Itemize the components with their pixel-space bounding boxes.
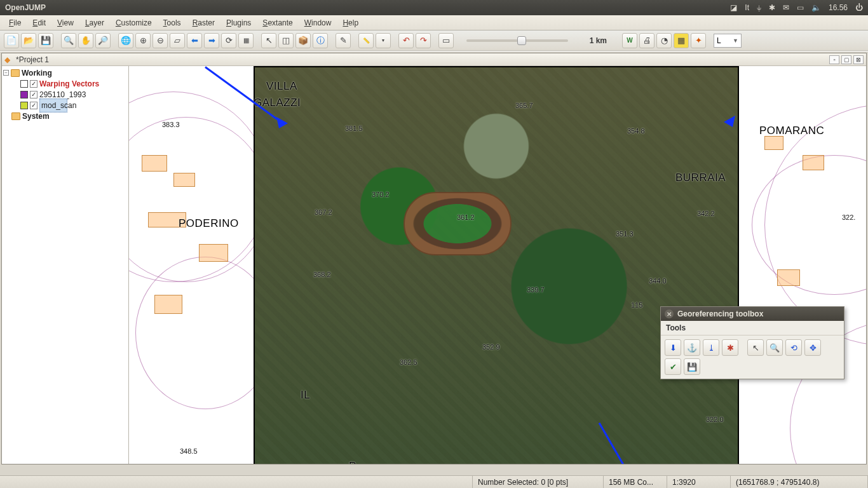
zoom-in-button[interactable]: 🔍 xyxy=(61,33,76,48)
window-close-button[interactable]: ⊠ xyxy=(853,55,864,64)
zoom-fence-button[interactable]: ▱ xyxy=(170,33,185,48)
menu-sextante[interactable]: Sextante xyxy=(257,17,297,29)
tree-group-system[interactable]: System xyxy=(3,111,127,121)
elevation-label: 368.2 xyxy=(313,271,331,278)
toolbox-close-button[interactable]: ✕ xyxy=(665,309,674,318)
layer-visible-checkbox[interactable]: ✓ xyxy=(30,80,37,88)
wifi-icon[interactable]: ⏚ xyxy=(757,3,761,12)
elevation-label: 344.0 xyxy=(649,277,667,285)
layer-dropdown[interactable]: L▼ xyxy=(714,34,742,48)
system-tray: ◪ It ⏚ ✱ ✉ ▭ 🔈 16.56 ⏻ xyxy=(730,3,863,12)
layer-visible-checkbox[interactable]: ✓ xyxy=(30,91,37,98)
tray-app-icon: ◪ xyxy=(730,3,737,12)
edit-geom-button[interactable]: ✎ xyxy=(336,33,351,48)
attribute-button[interactable]: ▦ xyxy=(238,33,254,48)
layer-swatch xyxy=(20,91,28,98)
power-icon[interactable]: ⏻ xyxy=(855,3,863,12)
system-bar: OpenJUMP ◪ It ⏚ ✱ ✉ ▭ 🔈 16.56 ⏻ xyxy=(0,0,868,15)
geo-anchor-del-button[interactable]: ✱ xyxy=(722,339,738,356)
pan-button[interactable]: ✋ xyxy=(78,33,93,48)
undo-button[interactable]: ↶ xyxy=(398,33,414,48)
toolbox-buttons: ⬇ ⚓ ⤓ ✱ ↖ 🔍 ⟲ ✥ ✔ 💾 xyxy=(661,336,844,379)
menu-edit[interactable]: Edit xyxy=(27,17,51,29)
zoom-prev-button[interactable]: ⬅ xyxy=(187,33,202,48)
measure-button[interactable]: 📏 xyxy=(358,33,374,48)
menu-plugins[interactable]: Plugins xyxy=(221,17,256,29)
window-min-button[interactable]: ▫ xyxy=(829,55,839,64)
star-button[interactable]: ✦ xyxy=(691,33,706,48)
scale-slider[interactable] xyxy=(466,39,568,42)
menu-customize[interactable]: Customize xyxy=(111,17,157,29)
menu-help[interactable]: Help xyxy=(337,17,363,29)
status-selected: Number Selected: 0 [0 pts] xyxy=(473,476,604,488)
zoom-next-button[interactable]: ➡ xyxy=(204,33,219,48)
menu-file[interactable]: File xyxy=(4,17,26,29)
redo-button[interactable]: ↷ xyxy=(416,33,431,48)
window-max-button[interactable]: ▢ xyxy=(841,55,851,64)
menu-view[interactable]: View xyxy=(52,17,79,29)
toolbar: 📄 📂 💾 🔍 ✋ 🔎 🌐 ⊕ ⊖ ▱ ⬅ ➡ ⟳ ▦ ↖ ◫ 📦 ⓘ ✎ 📏 … xyxy=(0,30,868,51)
elevation-label: 383.3 xyxy=(162,121,180,128)
elevation-label: 354.8 xyxy=(627,127,645,135)
georeferencing-toolbox[interactable]: ✕ Georeferencing toolbox Tools ⬇ ⚓ ⤓ ✱ ↖… xyxy=(660,306,844,379)
zoom-selected-button[interactable]: ⊕ xyxy=(135,33,151,48)
clock[interactable]: 16.56 xyxy=(829,3,848,12)
menu-window[interactable]: Window xyxy=(299,17,337,29)
elevation-label: 365.7 xyxy=(515,102,533,109)
arrowhead-icon xyxy=(276,117,292,132)
geo-back-button[interactable]: ⟲ xyxy=(785,339,802,356)
save-button[interactable]: 💾 xyxy=(38,33,53,48)
menu-layer[interactable]: Layer xyxy=(80,17,109,29)
output-window-button[interactable]: ▭ xyxy=(438,33,454,48)
elevation-label: 348.5 xyxy=(180,447,198,455)
pie-button[interactable]: ◔ xyxy=(656,33,672,48)
print-button[interactable]: 🖨 xyxy=(639,33,654,48)
layer-mod-scan[interactable]: ✓ mod_scan xyxy=(3,100,127,111)
geo-save-button[interactable]: 💾 xyxy=(684,358,700,375)
volume-icon[interactable]: 🔈 xyxy=(811,3,821,12)
layer-visible-checkbox[interactable]: ✓ xyxy=(30,102,37,109)
new-button[interactable]: 📄 xyxy=(4,33,19,48)
zoom-realtime-button[interactable]: 🔎 xyxy=(95,33,111,48)
info-button[interactable]: ⓘ xyxy=(313,33,328,48)
geo-down-button[interactable]: ⬇ xyxy=(665,339,681,356)
stadium-shape xyxy=(403,192,512,255)
excel-button[interactable]: W xyxy=(622,33,637,48)
status-memory[interactable]: 156 MB Co... xyxy=(604,476,667,488)
toolbox-titlebar[interactable]: ✕ Georeferencing toolbox xyxy=(661,307,844,321)
project-titlebar[interactable]: ◆ *Project 1 ▫ ▢ ⊠ xyxy=(2,53,866,66)
menu-tools[interactable]: Tools xyxy=(158,17,186,29)
layer-warping-vectors[interactable]: ✓ Warping Vectors xyxy=(3,78,127,89)
app-title: OpenJUMP xyxy=(5,3,730,12)
menu-raster[interactable]: Raster xyxy=(187,17,220,29)
lang-indicator[interactable]: It xyxy=(745,3,749,12)
open-button[interactable]: 📂 xyxy=(21,33,36,48)
measure-drop-button[interactable]: ▾ xyxy=(376,33,391,48)
fence-button[interactable]: ◫ xyxy=(278,33,294,48)
bluetooth-icon[interactable]: ✱ xyxy=(769,3,775,12)
elevation-label: 115 xyxy=(631,301,642,309)
map-canvas[interactable]: VILLAGALAZZIPODERINOPOMARANCBURRAIAILP. … xyxy=(129,66,866,464)
elevation-label: 362.5 xyxy=(400,358,417,366)
geo-move-button[interactable]: ✥ xyxy=(804,339,821,356)
expand-handle[interactable]: − xyxy=(3,70,9,76)
table-button[interactable]: ▦ xyxy=(674,33,689,48)
layer-tree[interactable]: − Working ✓ Warping Vectors ✓ 295110_199… xyxy=(2,66,129,464)
toolbox-subtitle: Tools xyxy=(661,321,844,336)
box-button[interactable]: 📦 xyxy=(295,33,311,48)
tree-group-working[interactable]: − Working xyxy=(3,67,127,78)
refresh-button[interactable]: ⟳ xyxy=(221,33,236,48)
mail-icon[interactable]: ✉ xyxy=(783,3,789,12)
zoom-full-button[interactable]: 🌐 xyxy=(118,33,133,48)
toolbox-title: Georeferencing toolbox xyxy=(677,309,763,318)
geo-zoom-button[interactable]: 🔍 xyxy=(766,339,783,356)
elevation-label: 322.0 xyxy=(706,416,724,423)
geo-load-button[interactable]: ⤓ xyxy=(703,339,719,356)
status-scale[interactable]: 1:3920 xyxy=(667,476,731,488)
geo-apply-button[interactable]: ✔ xyxy=(665,358,681,375)
geo-select-button[interactable]: ↖ xyxy=(747,339,764,356)
geo-anchor-button[interactable]: ⚓ xyxy=(684,339,700,356)
zoom-layer-button[interactable]: ⊖ xyxy=(153,33,168,48)
battery-icon[interactable]: ▭ xyxy=(797,3,804,12)
select-button[interactable]: ↖ xyxy=(261,33,276,48)
